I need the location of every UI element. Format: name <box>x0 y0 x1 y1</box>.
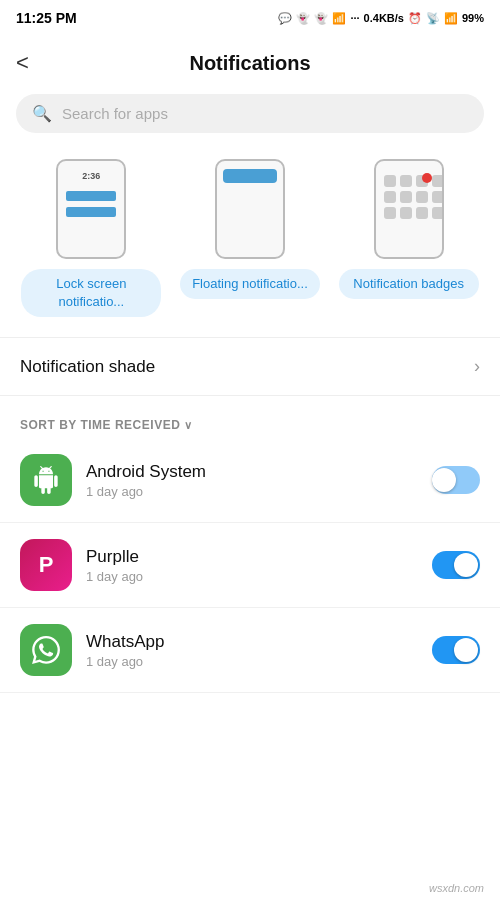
badges-card[interactable]: Notification badges <box>339 159 479 317</box>
purplle-info: Purplle 1 day ago <box>86 547 418 584</box>
lock-screen-label: Lock screen notificatio... <box>21 269 161 317</box>
snapchat-icon: 👻 <box>296 12 310 25</box>
lock-screen-card[interactable]: 2:36 Lock screen notificatio... <box>21 159 161 317</box>
floating-notif-card[interactable]: Floating notificatio... <box>180 159 320 317</box>
floating-phone-icon <box>215 159 285 259</box>
floating-label: Floating notificatio... <box>180 269 320 299</box>
badge-phone-icon <box>374 159 444 259</box>
app-list: Android System 1 day ago P Purplle 1 day… <box>0 438 500 693</box>
app-row-whatsapp[interactable]: WhatsApp 1 day ago <box>0 608 500 693</box>
whatsapp-icon: 💬 <box>278 12 292 25</box>
dots-icon: ··· <box>350 12 359 24</box>
sim-icon: 📶 <box>332 12 346 25</box>
whatsapp-time: 1 day ago <box>86 654 418 669</box>
notification-shade-label: Notification shade <box>20 357 155 377</box>
purplle-name: Purplle <box>86 547 418 567</box>
status-icons: 💬 👻 👻 📶 ··· 0.4KB/s ⏰ 📡 📶 99% <box>278 12 484 25</box>
notification-shade-row[interactable]: Notification shade › <box>0 337 500 396</box>
snapchat2-icon: 👻 <box>314 12 328 25</box>
whatsapp-name: WhatsApp <box>86 632 418 652</box>
search-bar[interactable]: 🔍 Search for apps <box>16 94 484 133</box>
network-speed: 0.4KB/s <box>364 12 404 24</box>
back-button[interactable]: < <box>16 46 37 80</box>
app-row-android[interactable]: Android System 1 day ago <box>0 438 500 523</box>
whatsapp-info: WhatsApp 1 day ago <box>86 632 418 669</box>
status-time: 11:25 PM <box>16 10 77 26</box>
battery: 99% <box>462 12 484 24</box>
app-row-purplle[interactable]: P Purplle 1 day ago <box>0 523 500 608</box>
purplle-time: 1 day ago <box>86 569 418 584</box>
android-system-name: Android System <box>86 462 418 482</box>
purplle-toggle[interactable] <box>432 551 480 579</box>
search-icon: 🔍 <box>32 104 52 123</box>
notification-type-cards: 2:36 Lock screen notificatio... Floating… <box>0 149 500 337</box>
android-system-time: 1 day ago <box>86 484 418 499</box>
lock-screen-phone-icon: 2:36 <box>56 159 126 259</box>
sort-arrow-icon: ∨ <box>184 419 193 432</box>
chevron-right-icon: › <box>474 356 480 377</box>
sort-label[interactable]: SORT BY TIME RECEIVED ∨ <box>20 418 480 432</box>
status-bar: 11:25 PM 💬 👻 👻 📶 ··· 0.4KB/s ⏰ 📡 📶 99% <box>0 0 500 36</box>
page-title: Notifications <box>189 52 310 75</box>
wifi-icon: 📶 <box>444 12 458 25</box>
android-system-toggle[interactable] <box>432 466 480 494</box>
badges-label: Notification badges <box>339 269 479 299</box>
purplle-icon: P <box>20 539 72 591</box>
signal-icon: 📡 <box>426 12 440 25</box>
alarm-icon: ⏰ <box>408 12 422 25</box>
header: < Notifications <box>0 36 500 94</box>
android-system-icon <box>20 454 72 506</box>
sort-section: SORT BY TIME RECEIVED ∨ <box>0 404 500 438</box>
whatsapp-app-icon <box>20 624 72 676</box>
search-input[interactable]: Search for apps <box>62 105 168 122</box>
watermark: wsxdn.com <box>429 882 484 894</box>
whatsapp-toggle[interactable] <box>432 636 480 664</box>
android-system-info: Android System 1 day ago <box>86 462 418 499</box>
search-container: 🔍 Search for apps <box>0 94 500 149</box>
